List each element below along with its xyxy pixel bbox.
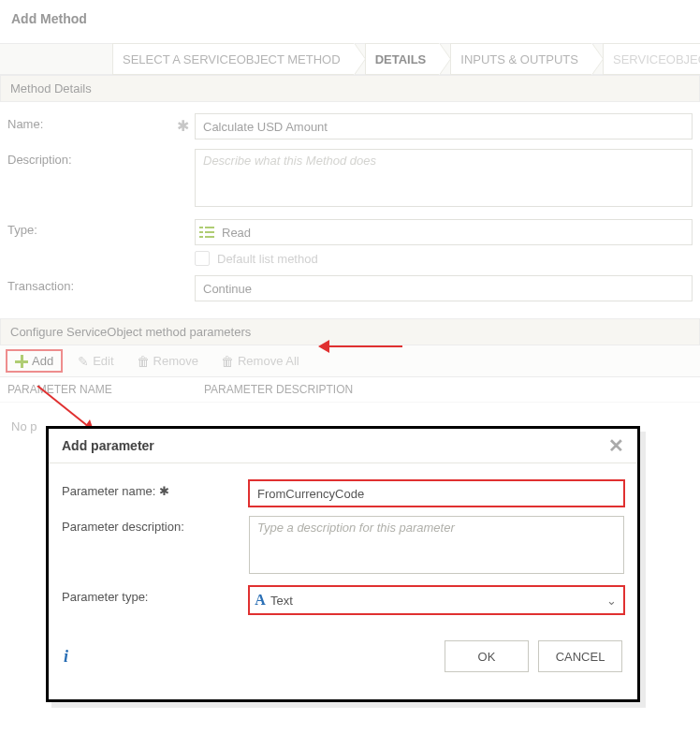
svg-rect-2 [199, 231, 203, 233]
params-columns: PARAMETER NAME PARAMETER DESCRIPTION [0, 377, 700, 403]
label-name-text: Name: [7, 117, 43, 131]
label-param-desc: Parameter description: [62, 516, 249, 534]
svg-rect-0 [199, 227, 203, 228]
col-param-desc: PARAMETER DESCRIPTION [204, 383, 353, 396]
label-name: Name: ✱ [7, 113, 195, 131]
chevron-right-icon [354, 43, 365, 75]
section-params: Configure ServiceObject method parameter… [0, 318, 700, 345]
plus-icon [15, 355, 28, 368]
required-icon: ✱ [177, 117, 189, 135]
svg-rect-5 [205, 236, 214, 238]
text-type-icon: A [250, 592, 270, 609]
label-description: Description: [7, 149, 195, 167]
chevron-right-icon [591, 43, 603, 75]
default-list-checkbox[interactable]: Default list method [195, 251, 693, 266]
method-details-form: Name: ✱ Description: Type: Read Default … [0, 102, 700, 318]
name-input[interactable] [195, 113, 693, 139]
remove-all-button-label: Remove All [238, 354, 299, 368]
remove-button-label: Remove [153, 354, 198, 368]
svg-rect-4 [199, 236, 203, 238]
param-desc-input[interactable] [249, 516, 624, 574]
remove-all-button: 🗑 Remove All [213, 351, 307, 372]
dialog-title: Add parameter [62, 438, 154, 453]
label-type: Type: [7, 219, 195, 237]
svg-rect-3 [205, 231, 214, 233]
step-serviceobject: SERVICEOBJECT METH [603, 43, 700, 75]
ok-button[interactable]: OK [445, 640, 529, 672]
remove-button: 🗑 Remove [129, 351, 206, 372]
transaction-value: Continue [196, 282, 692, 296]
svg-rect-1 [205, 227, 214, 228]
edit-button: ✎ Edit [70, 351, 121, 372]
description-input[interactable] [195, 149, 693, 207]
checkbox-icon [195, 251, 210, 266]
list-icon [196, 226, 218, 239]
add-parameter-dialog: Add parameter ✕ Parameter name: ✱ Parame… [46, 426, 640, 702]
info-icon[interactable]: i [64, 647, 68, 667]
page-title: Add Method [0, 0, 700, 43]
param-name-input[interactable] [249, 480, 624, 506]
chevron-down-icon: ⌄ [599, 594, 623, 608]
step-select-method[interactable]: SELECT A SERVICEOBJECT METHOD [112, 43, 354, 75]
edit-button-label: Edit [93, 354, 113, 368]
params-toolbar: Add ✎ Edit 🗑 Remove 🗑 Remove All [0, 345, 700, 377]
transaction-select[interactable]: Continue [195, 275, 693, 301]
label-param-name-text: Parameter name: [62, 484, 155, 498]
required-icon: ✱ [159, 484, 169, 498]
col-param-name: PARAMETER NAME [7, 383, 204, 396]
type-value: Read [218, 226, 692, 240]
step-details[interactable]: DETAILS [365, 43, 440, 75]
param-type-value: Text [270, 594, 599, 608]
wizard-steps: SELECT A SERVICEOBJECT METHOD DETAILS IN… [0, 43, 700, 75]
trash-x-icon: 🗑 [221, 354, 234, 369]
default-list-label: Default list method [217, 252, 318, 266]
trash-icon: 🗑 [137, 354, 150, 369]
label-param-name: Parameter name: ✱ [62, 480, 249, 498]
param-type-select[interactable]: A Text ⌄ [249, 586, 624, 614]
label-transaction: Transaction: [7, 275, 195, 293]
chevron-right-icon [439, 43, 450, 75]
section-method-details: Method Details [0, 75, 700, 102]
pencil-icon: ✎ [78, 354, 89, 369]
add-button-label: Add [32, 354, 53, 368]
step-inputs-outputs[interactable]: INPUTS & OUTPUTS [450, 43, 591, 75]
close-icon[interactable]: ✕ [608, 439, 624, 452]
type-select[interactable]: Read [195, 219, 693, 245]
cancel-button[interactable]: CANCEL [538, 640, 622, 672]
add-button[interactable]: Add [6, 349, 63, 373]
label-param-type: Parameter type: [62, 586, 249, 604]
